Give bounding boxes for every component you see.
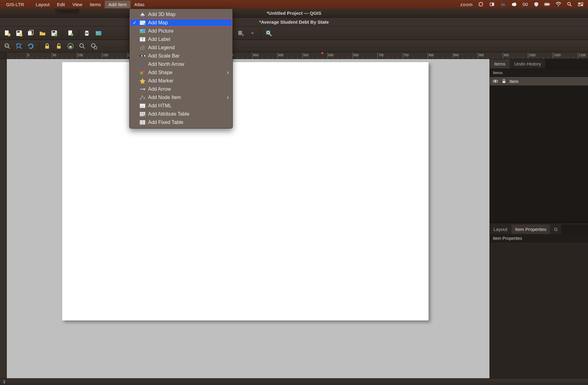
svg-rect-32	[85, 31, 88, 32]
cu-tray-icon[interactable]: CU	[500, 2, 506, 7]
menu-item-add-label[interactable]: TAdd Label	[130, 35, 232, 43]
map-icon	[139, 20, 146, 26]
status-resize-handle-icon[interactable]: ⇕	[2, 379, 6, 384]
menu-item-add-marker[interactable]: Add Marker	[130, 77, 232, 85]
battery-tray-icon[interactable]	[544, 2, 550, 7]
zoom-full-button[interactable]	[14, 41, 24, 51]
tab-layout-props[interactable]: Layout	[490, 224, 511, 234]
svg-point-54	[494, 80, 496, 82]
svg-rect-47	[57, 46, 61, 49]
svg-point-78	[143, 98, 145, 99]
tab-guides[interactable]: G	[550, 224, 562, 234]
menu-item-add-north-arrow[interactable]: Add North Arrow	[130, 60, 232, 68]
svg-line-43	[8, 47, 10, 49]
menu-edit[interactable]: Edit	[53, 1, 69, 8]
menu-item-add-scale-bar[interactable]: Add Scale Bar	[130, 52, 232, 60]
menu-item-add-picture[interactable]: Add Picture	[130, 27, 232, 35]
new-layout-button[interactable]	[2, 28, 12, 38]
layout-canvas[interactable]	[7, 59, 489, 378]
html-icon: </>	[139, 103, 146, 109]
menu-item-add-fixed-table[interactable]: Add Fixed Table	[130, 118, 232, 126]
svg-point-28	[55, 34, 57, 36]
export-image-button[interactable]	[94, 28, 103, 38]
select-button[interactable]	[89, 41, 99, 51]
svg-point-12	[558, 5, 559, 6]
svg-rect-27	[52, 31, 55, 33]
visibility-column-icon[interactable]	[492, 78, 498, 84]
tab-undo-history[interactable]: Undo History	[510, 59, 546, 69]
refresh-button[interactable]	[26, 41, 36, 51]
pan-button[interactable]	[77, 41, 87, 51]
record-tray-icon[interactable]	[478, 2, 484, 7]
menu-item-add-node-item[interactable]: Add Node Item›	[130, 93, 232, 101]
print-button[interactable]	[82, 28, 92, 38]
menu-item-label: Add Fixed Table	[148, 120, 183, 125]
zoom-actual-button[interactable]: 1:1	[2, 41, 12, 51]
menu-item-add-map[interactable]: ✓Add Map	[130, 18, 232, 27]
menu-item-add-legend[interactable]: Add Legend	[130, 43, 232, 52]
outlook-tray-icon[interactable]	[489, 2, 495, 7]
svg-point-8	[513, 2, 516, 5]
svg-line-14	[570, 5, 572, 6]
svg-point-60	[141, 30, 142, 31]
svg-rect-24	[28, 31, 32, 35]
app-name: GIS-LTR	[2, 1, 28, 8]
svg-point-74	[142, 70, 145, 73]
save-layout-button[interactable]	[14, 28, 24, 38]
menu-item-label: Add Shape	[148, 70, 172, 75]
menu-item-label: Add Scale Bar	[148, 53, 179, 59]
legend-icon	[139, 45, 146, 50]
tab-item-properties[interactable]: Item Properties	[511, 224, 550, 234]
menu-item-label: Add Legend	[148, 45, 175, 50]
lock-column-icon[interactable]	[501, 78, 507, 84]
spotlight-tray-icon[interactable]	[566, 2, 573, 7]
shield-tray-icon[interactable]	[533, 2, 539, 7]
menu-item-add-shape[interactable]: Add Shape›	[130, 68, 232, 77]
wifi-tray-icon[interactable]	[555, 2, 562, 7]
svg-rect-18	[581, 5, 583, 6]
map3d-icon	[139, 12, 146, 17]
menu-items[interactable]: Items	[86, 1, 105, 8]
right-panel-tabs: Items Undo History	[490, 59, 588, 69]
save-project-button[interactable]	[49, 28, 59, 38]
cloud-tray-icon[interactable]	[511, 2, 517, 7]
unlock-button[interactable]	[54, 41, 64, 51]
menu-item-add-arrow[interactable]: Add Arrow	[130, 85, 232, 93]
item-properties-body[interactable]	[490, 243, 588, 378]
tab-items[interactable]: Items	[490, 59, 510, 69]
menu-item-label: Add 3D Map	[148, 12, 175, 17]
menu-atlas[interactable]: Atlas	[131, 1, 148, 8]
menu-add-item[interactable]: Add Item	[105, 1, 131, 8]
menu-item-label: Add HTML	[148, 103, 171, 109]
menu-view[interactable]: View	[69, 1, 86, 8]
menu-layout[interactable]: Layout	[32, 1, 53, 8]
atlas-export-button[interactable]	[236, 28, 246, 38]
zoom-app-tray-icon[interactable]: zoom	[460, 2, 473, 7]
svg-rect-57	[140, 21, 143, 24]
atlas-export-dropdown-button[interactable]	[248, 28, 257, 38]
menu-item-add-html[interactable]: </>Add HTML	[130, 101, 232, 110]
svg-rect-55	[503, 81, 505, 83]
horizontal-ruler[interactable]: 0501001502002503003504004505005506006507…	[7, 52, 588, 59]
layout-page[interactable]	[62, 62, 429, 320]
control-center-tray-icon[interactable]	[578, 2, 584, 7]
new-page-button[interactable]	[66, 28, 75, 38]
main-toolbar	[0, 26, 588, 40]
duplicate-layout-button[interactable]	[26, 28, 36, 38]
status-bar: ⇕	[0, 378, 588, 385]
menu-item-label: Add Label	[148, 37, 170, 42]
menu-item-label: Add Node Item	[148, 95, 181, 100]
menu-item-add-attribute-table[interactable]: Add Attribute Table	[130, 110, 232, 118]
svg-rect-64	[140, 47, 141, 48]
atlas-settings-button[interactable]	[264, 28, 274, 38]
svg-point-76	[140, 98, 141, 100]
butterfly-tray-icon[interactable]	[522, 2, 528, 7]
document-title: *Average Student Debt By State	[0, 18, 588, 26]
menu-item-add-3d-map[interactable]: Add 3D Map	[130, 10, 232, 18]
group-lock-button[interactable]	[66, 41, 75, 51]
svg-rect-22	[17, 31, 20, 33]
open-folder-button[interactable]	[38, 28, 47, 38]
lock-button[interactable]	[42, 41, 52, 51]
vertical-ruler[interactable]	[0, 59, 7, 378]
items-list[interactable]	[490, 86, 588, 221]
